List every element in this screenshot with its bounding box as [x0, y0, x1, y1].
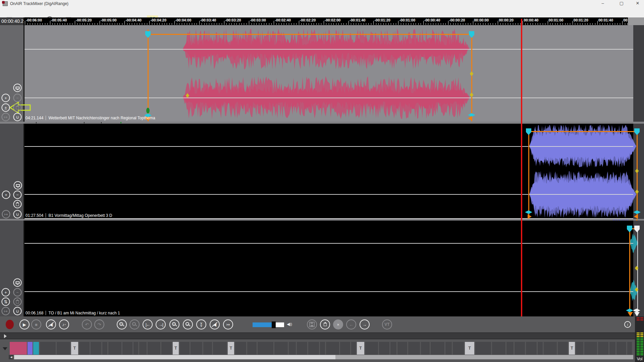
overview-block[interactable]	[102, 342, 107, 355]
track1-monitor-button[interactable]	[13, 84, 22, 92]
track2-curve-button[interactable]: ∪	[13, 210, 22, 219]
overview-block[interactable]	[506, 342, 514, 355]
track1-curve-button[interactable]: ∪	[13, 113, 22, 121]
overview-block[interactable]	[213, 342, 227, 355]
overview-block[interactable]	[609, 342, 615, 355]
overview-block[interactable]	[627, 342, 632, 355]
track1-add-button[interactable]: +	[2, 94, 10, 102]
track2-lane[interactable]	[24, 124, 633, 219]
overview-block[interactable]	[122, 342, 132, 355]
track2-add-button[interactable]: +	[2, 191, 10, 199]
clear-button[interactable]	[320, 319, 330, 329]
overview-block[interactable]	[397, 342, 407, 355]
skip-to-start-button[interactable]: |←	[143, 319, 153, 329]
volume-slider-handle[interactable]	[272, 321, 276, 328]
fade-out-line[interactable]	[471, 34, 472, 121]
zoom-in-button[interactable]: +	[117, 319, 127, 329]
route-through-button[interactable]: ↣	[223, 319, 233, 329]
track1-clip-label[interactable]: 04:21.144Wetterbett MIT Nachrichtensting…	[25, 116, 155, 120]
overview-block[interactable]	[526, 342, 537, 355]
track1-route-button[interactable]: ↦	[2, 113, 10, 121]
overview-block[interactable]	[544, 342, 557, 355]
track3-remove-button[interactable]: −	[13, 288, 22, 297]
overview-block[interactable]	[289, 342, 296, 355]
expand-tracks-button[interactable]: ∨∨	[196, 319, 206, 329]
stop-button[interactable]: ■	[31, 319, 41, 329]
overview-block[interactable]	[148, 342, 160, 355]
track2-delete-button[interactable]	[13, 200, 22, 208]
track2-route-button[interactable]: ↦	[2, 210, 10, 219]
clip-end-anchor[interactable]	[634, 214, 638, 219]
track2-clip-label[interactable]: 01:27.504B1 Vormittag/Mittag Openerbett …	[25, 213, 112, 218]
zoom-selection-button[interactable]: I	[169, 319, 179, 329]
overview-block[interactable]	[475, 342, 491, 355]
overview-block[interactable]	[326, 342, 339, 355]
overview-block[interactable]	[258, 342, 273, 355]
add-note-button[interactable]: ♪+	[59, 319, 69, 329]
track3-delete-button[interactable]	[13, 298, 22, 306]
record-button[interactable]	[5, 319, 15, 329]
scrollbar-thumb[interactable]	[14, 355, 335, 359]
overview-block[interactable]	[365, 342, 378, 355]
track3-curve-button[interactable]: ∪	[13, 307, 22, 315]
overview-marker-T[interactable]: T	[569, 342, 575, 355]
overview-block[interactable]	[431, 342, 444, 355]
track2-monitor-button[interactable]	[14, 181, 22, 190]
overview-block[interactable]	[139, 342, 147, 355]
overview-block[interactable]	[308, 342, 319, 355]
expand-icon[interactable]	[4, 334, 7, 338]
overview-block[interactable]	[453, 342, 464, 355]
overview-marker-T[interactable]: T	[465, 342, 474, 355]
overview-block[interactable]	[390, 342, 396, 355]
overview-marker-T[interactable]: T	[71, 342, 78, 355]
track2-remove-button[interactable]: −	[13, 191, 22, 199]
save-button[interactable]	[307, 319, 317, 329]
overview-block[interactable]	[297, 342, 307, 355]
track3-route-button[interactable]: ↦	[2, 307, 10, 315]
info-icon[interactable]: i	[624, 321, 631, 328]
track-separator[interactable]	[0, 219, 644, 221]
clip-edge[interactable]	[637, 226, 638, 314]
pfl-off-button[interactable]: ◀	[210, 319, 220, 329]
overview-marker-T[interactable]: T	[357, 342, 364, 355]
overview-block[interactable]	[40, 342, 56, 355]
overview-block[interactable]	[351, 342, 356, 355]
volume-envelope[interactable]	[529, 131, 637, 132]
forward-button[interactable]: →	[360, 319, 370, 329]
overview-block[interactable]	[558, 342, 568, 355]
overview-block[interactable]	[408, 342, 420, 355]
clip-start-anchor[interactable]	[628, 312, 633, 316]
track1-gain-button[interactable]: ±	[2, 104, 10, 112]
track3-swap-button[interactable]: ⇅	[2, 298, 10, 306]
volume-envelope[interactable]	[148, 34, 472, 35]
minimize-button[interactable]: –	[598, 0, 608, 7]
overview-block[interactable]	[161, 342, 172, 355]
overview-block[interactable]	[91, 342, 101, 355]
overview-block[interactable]	[576, 342, 583, 355]
track3-clip-label[interactable]: 00:06.168TO / B1 am Mi Nachmittag / kurz…	[25, 311, 120, 315]
clip-start-anchor[interactable]	[528, 214, 532, 219]
overview-block[interactable]	[421, 342, 430, 355]
overview-marker-T[interactable]: T	[228, 342, 234, 355]
overview-block[interactable]	[28, 342, 33, 355]
cancel-button[interactable]: ×	[333, 319, 343, 329]
monitor-mute-button[interactable]: ◀	[46, 319, 56, 329]
redo-button[interactable]: ↷	[94, 319, 104, 329]
overview-block[interactable]	[445, 342, 452, 355]
overview-block[interactable]	[191, 342, 202, 355]
overview-block[interactable]	[515, 342, 525, 355]
track1-remove-button[interactable]: −	[13, 94, 22, 102]
overview-block[interactable]	[584, 342, 597, 355]
track3-add-button[interactable]: +	[2, 288, 10, 297]
play-button[interactable]: ▶	[19, 319, 30, 329]
overview-block[interactable]	[33, 342, 39, 355]
fade-out-line[interactable]	[637, 131, 638, 219]
track3-monitor-button[interactable]	[13, 279, 22, 287]
overview-block[interactable]	[180, 342, 190, 355]
overview-block[interactable]	[235, 342, 246, 355]
clip-start-marker[interactable]	[146, 108, 150, 114]
maximize-button[interactable]: ▢	[616, 0, 627, 7]
overview-block[interactable]	[203, 342, 212, 355]
overview-block[interactable]	[133, 342, 138, 355]
undo-button[interactable]: ↶	[82, 319, 92, 329]
